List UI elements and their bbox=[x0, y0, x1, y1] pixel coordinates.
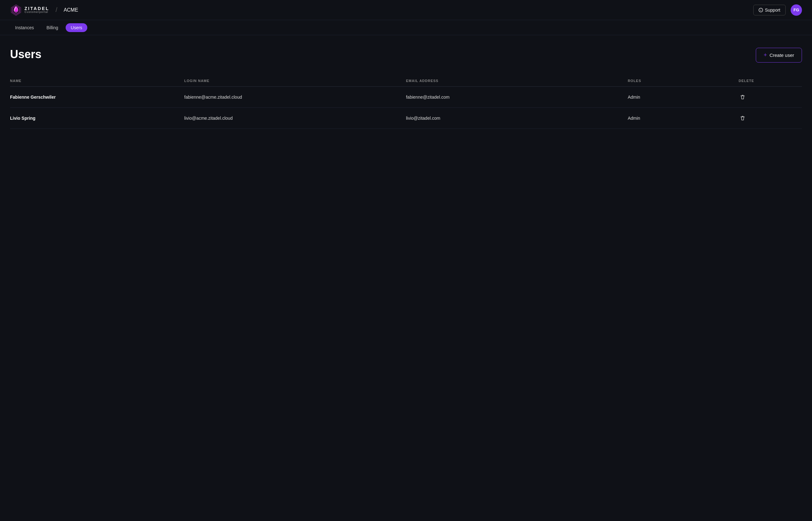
table-head: NAME LOGIN NAME EMAIL ADDRESS ROLES DELE… bbox=[10, 75, 802, 87]
create-user-button[interactable]: + Create user bbox=[756, 48, 802, 63]
support-icon bbox=[759, 8, 763, 12]
logo-name: ZITADEL bbox=[24, 6, 49, 11]
create-user-label: Create user bbox=[770, 52, 794, 58]
user-login-1: livio@acme.zitadel.cloud bbox=[184, 108, 406, 129]
page-header: Users + Create user bbox=[10, 48, 802, 63]
avatar-initials: FG bbox=[793, 7, 799, 12]
col-header-name: NAME bbox=[10, 75, 184, 87]
nav-billing[interactable]: Billing bbox=[42, 23, 63, 32]
user-email-1: livio@zitadel.com bbox=[406, 108, 628, 129]
header-divider: / bbox=[55, 6, 57, 14]
org-name: ACME bbox=[64, 7, 78, 13]
logo-text: ZITADEL Customerportal bbox=[24, 6, 49, 14]
logo-area: ZITADEL Customerportal bbox=[10, 4, 49, 16]
logo-subtitle: Customerportal bbox=[24, 11, 49, 14]
col-header-delete: DELETE bbox=[739, 75, 802, 87]
page-title: Users bbox=[10, 48, 42, 61]
col-header-login: LOGIN NAME bbox=[184, 75, 406, 87]
header-right: Support FG bbox=[753, 4, 802, 16]
user-roles-0: Admin bbox=[628, 87, 739, 108]
delete-user-0-button[interactable] bbox=[739, 93, 747, 101]
user-avatar[interactable]: FG bbox=[791, 4, 802, 16]
table-body: Fabienne Gerschwiler fabienne@acme.zitad… bbox=[10, 87, 802, 129]
user-email-0: fabienne@zitadel.com bbox=[406, 87, 628, 108]
trash-icon bbox=[740, 94, 745, 100]
col-header-email: EMAIL ADDRESS bbox=[406, 75, 628, 87]
user-roles-1: Admin bbox=[628, 108, 739, 129]
main-nav: Instances Billing Users bbox=[0, 20, 812, 35]
table-row: Fabienne Gerschwiler fabienne@acme.zitad… bbox=[10, 87, 802, 108]
plus-icon: + bbox=[764, 52, 767, 59]
svg-point-8 bbox=[761, 9, 761, 9]
zitadel-logo-icon bbox=[10, 4, 22, 16]
user-delete-cell-0 bbox=[739, 87, 802, 108]
nav-users[interactable]: Users bbox=[66, 23, 87, 32]
user-delete-cell-1 bbox=[739, 108, 802, 129]
support-button[interactable]: Support bbox=[753, 5, 786, 16]
main-content: Users + Create user NAME LOGIN NAME EMAI… bbox=[0, 35, 812, 141]
header: ZITADEL Customerportal / ACME Support FG bbox=[0, 0, 812, 20]
user-name-0: Fabienne Gerschwiler bbox=[10, 87, 184, 108]
support-label: Support bbox=[765, 7, 780, 13]
table-header-row: NAME LOGIN NAME EMAIL ADDRESS ROLES DELE… bbox=[10, 75, 802, 87]
nav-instances[interactable]: Instances bbox=[10, 23, 39, 32]
users-table: NAME LOGIN NAME EMAIL ADDRESS ROLES DELE… bbox=[10, 75, 802, 129]
header-left: ZITADEL Customerportal / ACME bbox=[10, 4, 78, 16]
col-header-roles: ROLES bbox=[628, 75, 739, 87]
table-row: Livio Spring livio@acme.zitadel.cloud li… bbox=[10, 108, 802, 129]
user-login-0: fabienne@acme.zitadel.cloud bbox=[184, 87, 406, 108]
delete-user-1-button[interactable] bbox=[739, 114, 747, 122]
user-name-1: Livio Spring bbox=[10, 108, 184, 129]
trash-icon bbox=[740, 115, 745, 121]
